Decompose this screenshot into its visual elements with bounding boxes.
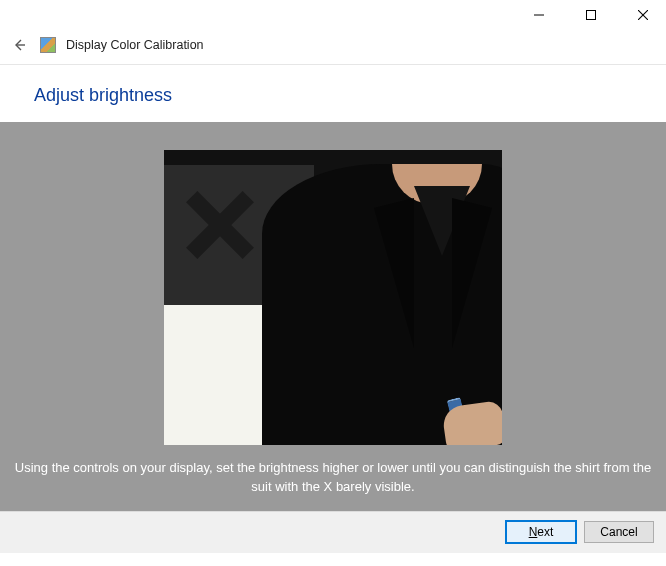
reference-x-mark — [180, 185, 260, 265]
minimize-button[interactable] — [522, 3, 556, 27]
instruction-text: Using the controls on your display, set … — [3, 445, 663, 501]
close-button[interactable] — [626, 3, 660, 27]
next-button[interactable]: Next — [506, 521, 576, 543]
content-area: Using the controls on your display, set … — [0, 122, 666, 511]
page-heading: Adjust brightness — [0, 65, 666, 122]
header: Display Color Calibration — [0, 30, 666, 65]
brightness-sample-image — [164, 150, 502, 445]
back-button[interactable] — [8, 34, 30, 56]
footer: Next Cancel — [0, 511, 666, 553]
maximize-button[interactable] — [574, 3, 608, 27]
next-rest: ext — [537, 525, 553, 539]
app-title: Display Color Calibration — [66, 38, 204, 52]
titlebar — [0, 0, 666, 30]
cancel-button[interactable]: Cancel — [584, 521, 654, 543]
app-icon — [40, 37, 56, 53]
svg-rect-1 — [587, 11, 596, 20]
